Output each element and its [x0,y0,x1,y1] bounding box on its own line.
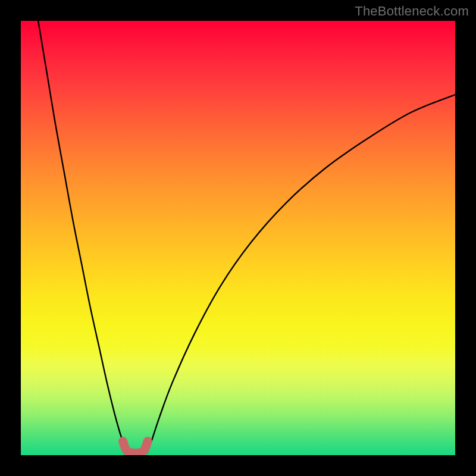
watermark-text: TheBottleneck.com [355,4,469,19]
curve-left-branch [38,21,127,453]
chart-curves [21,21,455,455]
chart-frame: TheBottleneck.com [0,0,476,476]
curve-trough-accent [123,441,148,453]
curve-right-branch [147,95,455,453]
plot-area [21,21,455,455]
